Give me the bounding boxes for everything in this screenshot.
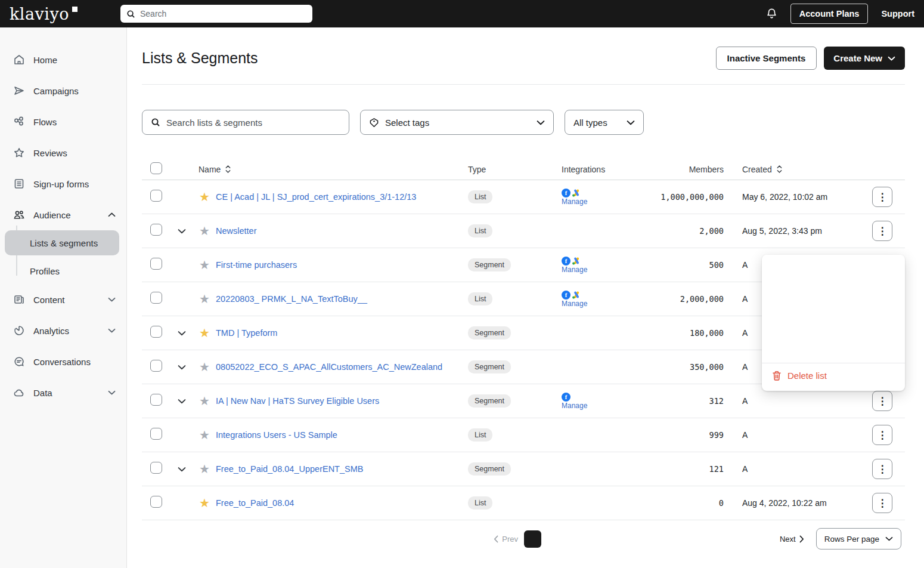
context-menu-item[interactable] <box>762 334 905 347</box>
context-menu-item[interactable] <box>762 309 905 322</box>
sidebar-item-profiles[interactable]: Profiles <box>0 258 126 284</box>
favorite-star-icon[interactable]: ★ <box>199 258 210 272</box>
expand-chevron-icon[interactable] <box>178 365 186 370</box>
row-checkbox[interactable] <box>150 258 162 270</box>
manage-integrations-link[interactable]: Manage <box>562 266 587 274</box>
favorite-star-icon[interactable]: ★ <box>199 496 210 510</box>
row-actions-kebab-button[interactable]: ⋮ <box>872 221 892 241</box>
expand-chevron-icon[interactable] <box>178 399 186 404</box>
row-checkbox[interactable] <box>150 462 162 474</box>
page-number-button[interactable] <box>756 530 774 548</box>
select-all-checkbox[interactable] <box>150 162 162 174</box>
row-name-link[interactable]: 20220803_ PRMK_L_NA_TextToBuy__ <box>216 294 367 304</box>
global-search[interactable] <box>120 5 312 23</box>
favorite-star-icon[interactable]: ★ <box>199 224 210 238</box>
page-number-button[interactable] <box>687 530 704 548</box>
row-name-link[interactable]: TMD | Typeform <box>216 328 277 338</box>
sidebar-item-analytics[interactable]: Analytics <box>0 315 126 346</box>
row-checkbox[interactable] <box>150 496 162 508</box>
cloud-icon <box>13 387 25 399</box>
context-menu-item[interactable] <box>762 347 905 359</box>
row-name-link[interactable]: IA | New Nav | HaTS Survey Eligible User… <box>216 396 379 406</box>
sidebar-item-campaigns[interactable]: Campaigns <box>0 75 126 106</box>
context-menu-item[interactable] <box>762 297 905 309</box>
row-actions-kebab-button[interactable]: ⋮ <box>872 493 892 513</box>
support-link[interactable]: Support <box>881 9 914 18</box>
manage-integrations-link[interactable]: Manage <box>562 300 587 308</box>
page-number-button[interactable] <box>570 530 588 548</box>
create-new-button[interactable]: Create New <box>824 47 905 70</box>
row-name-link[interactable]: CE | Acad | JL | SJ_prod_cert_expiration… <box>216 192 416 202</box>
row-checkbox[interactable] <box>150 224 162 236</box>
page-number-button[interactable] <box>617 530 634 548</box>
row-actions-kebab-button[interactable]: ⋮ <box>872 425 892 445</box>
sidebar-item-content[interactable]: Content <box>0 284 126 315</box>
row-checkbox[interactable] <box>150 190 162 202</box>
sidebar-item-conversations[interactable]: Conversations <box>0 346 126 377</box>
row-actions-kebab-button[interactable]: ⋮ <box>872 459 892 479</box>
expand-chevron-icon[interactable] <box>178 229 186 234</box>
page-number-button[interactable] <box>524 530 541 548</box>
inactive-segments-button[interactable]: Inactive Segments <box>716 47 817 70</box>
rows-per-page-dropdown[interactable]: Rows Per page <box>816 528 901 550</box>
delete-list-menu-item[interactable]: Delete list <box>762 363 905 387</box>
favorite-star-icon[interactable]: ★ <box>199 360 210 374</box>
page-number-button[interactable] <box>663 530 681 548</box>
row-name-link[interactable]: Free_to_Paid_08.04 <box>216 498 294 508</box>
page-number-button[interactable] <box>594 530 611 548</box>
column-header-members[interactable]: Members <box>639 165 728 174</box>
prev-page-button[interactable]: Prev <box>494 535 518 544</box>
sidebar-item-audience[interactable]: Audience <box>0 199 126 230</box>
page-number-button[interactable] <box>640 530 658 548</box>
row-checkbox[interactable] <box>150 428 162 440</box>
account-plans-button[interactable]: Account Plans <box>790 4 869 24</box>
column-header-type[interactable]: Type <box>460 165 553 174</box>
global-search-input[interactable] <box>140 9 306 18</box>
notifications-bell-icon[interactable] <box>766 8 777 20</box>
sidebar-item-signup-forms[interactable]: Sign-up forms <box>0 168 126 199</box>
expand-chevron-icon[interactable] <box>178 467 186 472</box>
manage-integrations-link[interactable]: Manage <box>562 402 587 410</box>
page-number-button[interactable] <box>733 530 751 548</box>
context-menu-item[interactable] <box>762 259 905 271</box>
favorite-star-icon[interactable]: ★ <box>199 428 210 442</box>
sidebar-item-flows[interactable]: Flows <box>0 106 126 137</box>
sort-icon[interactable] <box>776 165 783 174</box>
column-header-created[interactable]: Created <box>742 165 772 174</box>
favorite-star-icon[interactable]: ★ <box>199 292 210 306</box>
page-number-button[interactable] <box>547 530 565 548</box>
row-name-link[interactable]: Newsletter <box>216 226 257 236</box>
select-tags-dropdown[interactable]: Select tags <box>360 110 554 135</box>
row-checkbox[interactable] <box>150 394 162 406</box>
context-menu-item[interactable] <box>762 284 905 297</box>
expand-chevron-icon[interactable] <box>178 331 186 336</box>
all-types-dropdown[interactable]: All types <box>565 110 644 135</box>
sidebar-item-reviews[interactable]: Reviews <box>0 137 126 168</box>
row-name-link[interactable]: Integrations Users - US Sample <box>216 430 337 440</box>
favorite-star-icon[interactable]: ★ <box>199 190 210 204</box>
manage-integrations-link[interactable]: Manage <box>562 197 587 206</box>
next-page-button[interactable]: Next <box>780 535 804 544</box>
row-name-link[interactable]: 08052022_ECO_S_APAC_AllCustomers_AC_NewZ… <box>216 362 442 372</box>
row-name-link[interactable]: Free_to_Paid_08.04_UpperENT_SMB <box>216 464 363 474</box>
search-lists-segments-input[interactable] <box>166 118 340 128</box>
context-menu-item[interactable] <box>762 322 905 334</box>
sidebar-item-lists-and-segments[interactable]: Lists & segments <box>5 230 119 255</box>
row-checkbox[interactable] <box>150 326 162 338</box>
row-checkbox[interactable] <box>150 360 162 372</box>
row-actions-kebab-button[interactable]: ⋮ <box>872 187 892 207</box>
row-checkbox[interactable] <box>150 292 162 304</box>
page-number-button[interactable] <box>710 530 727 548</box>
sidebar-item-data[interactable]: Data <box>0 377 126 408</box>
klaviyo-logo[interactable]: klaviyo <box>10 5 77 23</box>
favorite-star-icon[interactable]: ★ <box>199 462 210 476</box>
favorite-star-icon[interactable]: ★ <box>199 394 210 408</box>
context-menu-item[interactable] <box>762 271 905 284</box>
row-actions-kebab-button[interactable]: ⋮ <box>872 391 892 411</box>
sort-icon[interactable] <box>225 165 231 174</box>
column-header-name[interactable]: Name <box>199 165 221 174</box>
favorite-star-icon[interactable]: ★ <box>199 326 210 340</box>
row-name-link[interactable]: First-time purchasers <box>216 260 297 270</box>
search-lists-segments-field[interactable] <box>142 110 349 135</box>
sidebar-item-home[interactable]: Home <box>0 44 126 75</box>
